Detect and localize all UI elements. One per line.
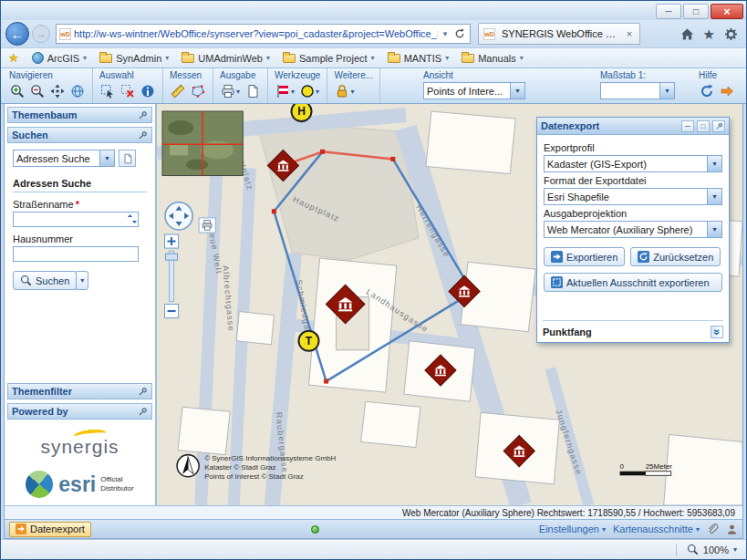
sidebar-section-powered-by[interactable]: Powered by xyxy=(7,403,152,420)
sidebar-section-suchen[interactable]: Suchen xyxy=(7,127,152,143)
pan-control[interactable] xyxy=(165,202,192,230)
add-favorite-icon[interactable]: ★ xyxy=(8,51,19,65)
panel-minimize-icon[interactable]: ─ xyxy=(681,120,694,132)
stop-marker-h[interactable]: H xyxy=(291,104,311,121)
tab-title: SYNERGIS WebOffice Web... xyxy=(502,28,620,39)
favorite-manuals[interactable]: Manuals▾ xyxy=(462,53,524,64)
toolbar-group-messen: Messen xyxy=(163,68,213,103)
search-icon xyxy=(20,275,32,286)
autocomplete-dropdown-icon[interactable]: ▾ xyxy=(438,29,452,38)
browser-tab[interactable]: wD SYNERGIS WebOffice Web... × xyxy=(478,23,640,45)
zoom-in-icon[interactable] xyxy=(9,82,26,100)
select-icon[interactable] xyxy=(99,82,116,100)
chevron-down-icon[interactable]: ▾ xyxy=(733,545,737,554)
projection-select[interactable]: Web Mercator (Auxiliary Sphere) ▼ xyxy=(544,221,722,238)
favorite-umadminweb[interactable]: UMAdminWeb▾ xyxy=(182,53,270,64)
format-label: Format der Exportdatei xyxy=(544,175,722,186)
poi-tool-icon[interactable]: ▾ xyxy=(299,82,320,100)
map-print-button[interactable] xyxy=(199,218,215,233)
favorite-mantis[interactable]: MANTIS▾ xyxy=(388,53,450,64)
lock-tool-icon[interactable]: ▾ xyxy=(334,82,355,100)
forward-button[interactable]: → xyxy=(32,25,50,43)
browser-window: ─ □ × ← → wD ▾ wD SYNERGIS WebOffice Web… xyxy=(0,0,747,560)
overview-map[interactable] xyxy=(162,111,243,175)
chevron-down-icon: ▾ xyxy=(371,54,375,62)
kartenausschnitte-menu[interactable]: Kartenausschnitte▾ xyxy=(613,524,700,534)
suchen-options-button[interactable]: ▾ xyxy=(76,271,88,290)
folder-icon xyxy=(283,54,296,63)
toolbar-group-hilfe: Hilfe xyxy=(692,68,744,103)
window-minimize-button[interactable]: ─ xyxy=(656,4,681,19)
paperclip-icon[interactable] xyxy=(707,524,719,535)
exportprofil-label: Exportprofil xyxy=(544,142,722,153)
suchen-button[interactable]: Suchen xyxy=(13,271,77,290)
einstellungen-menu[interactable]: Einstellungen▾ xyxy=(539,524,606,534)
favorite-synadmin[interactable]: SynAdmin▾ xyxy=(99,53,169,64)
extent-export-button[interactable]: Aktuellen Ausschnitt exportieren xyxy=(544,273,722,292)
window-titlebar: ─ □ × xyxy=(1,1,746,20)
browser-statusbar: 100% ▾ xyxy=(1,539,746,559)
datenexport-taskbar-button[interactable]: Datenexport xyxy=(9,522,91,537)
url-input[interactable] xyxy=(74,28,438,39)
ansicht-select[interactable]: Points of Intere... ▼ xyxy=(423,82,525,99)
window-close-button[interactable]: × xyxy=(711,4,743,19)
sidebar-section-themenfilter[interactable]: Themenfilter xyxy=(7,383,152,399)
favorite-arcgis[interactable]: ArcGIS▾ xyxy=(32,52,87,64)
measure-area-icon[interactable] xyxy=(190,82,206,100)
datenexport-panel: Datenexport ─ □ Exportprofil Kadaster (G… xyxy=(536,117,730,343)
zoom-in-button[interactable] xyxy=(165,234,179,248)
measure-distance-icon[interactable] xyxy=(170,82,186,100)
app-bottom-bar: Datenexport Einstellungen▾ Kartenausschn… xyxy=(5,519,742,538)
zoom-out-button[interactable] xyxy=(165,304,179,317)
panel-float-icon[interactable]: □ xyxy=(697,120,710,132)
identify-icon[interactable] xyxy=(140,82,156,100)
pin-icon[interactable] xyxy=(138,110,148,120)
pin-icon[interactable] xyxy=(138,130,148,140)
export-page-icon[interactable] xyxy=(244,82,261,100)
address-bar[interactable]: wD ▾ xyxy=(56,24,471,44)
panel-titlebar[interactable]: Datenexport ─ □ xyxy=(537,118,729,135)
gear-icon[interactable] xyxy=(724,27,738,41)
favorites-icon[interactable]: ★ xyxy=(703,27,715,41)
pin-icon[interactable] xyxy=(138,387,148,397)
app-frame: Themenbaum Suchen Adressen Suche ▼ xyxy=(4,104,743,539)
stop-marker-t[interactable]: T xyxy=(298,331,318,351)
sidebar-section-themenbaum[interactable]: Themenbaum xyxy=(7,107,152,123)
print-icon[interactable]: ▾ xyxy=(220,82,241,100)
logout-icon[interactable] xyxy=(719,82,735,100)
pin-icon[interactable] xyxy=(138,407,148,417)
house-number-input[interactable] xyxy=(13,246,139,262)
massstab-select[interactable]: ▼ xyxy=(600,82,675,99)
toolbar-group-auswahl: Auswahl xyxy=(93,68,163,103)
refresh-icon[interactable] xyxy=(452,28,467,39)
svg-text:H: H xyxy=(297,105,306,118)
favorite-sample-project[interactable]: Sample Project▾ xyxy=(283,53,375,64)
help-refresh-icon[interactable] xyxy=(699,82,715,100)
flag-tool-icon[interactable]: ▾ xyxy=(275,82,296,100)
favorites-bar: ★ ArcGIS▾ SynAdmin▾ UMAdminWeb▾ Sample P… xyxy=(1,47,746,67)
search-form-title: Adressen Suche xyxy=(13,178,147,192)
tab-favicon: wD xyxy=(483,28,495,40)
browser-zoom-level[interactable]: 100% xyxy=(703,544,729,555)
pan-icon[interactable] xyxy=(49,82,66,100)
search-type-select[interactable]: Adressen Suche ▼ xyxy=(13,150,115,167)
panel-pin-icon[interactable] xyxy=(712,120,725,132)
search-options-icon[interactable] xyxy=(119,150,136,167)
full-extent-icon[interactable] xyxy=(69,82,86,100)
exportprofil-select[interactable]: Kadaster (GIS-Export) ▼ xyxy=(544,155,722,172)
zoom-out-icon[interactable] xyxy=(29,82,46,100)
clear-selection-icon[interactable] xyxy=(119,82,136,100)
sort-icon[interactable] xyxy=(127,213,138,224)
toolbar-group-navigieren: Navigieren xyxy=(3,68,93,103)
window-maximize-button[interactable]: □ xyxy=(683,4,709,19)
home-icon[interactable] xyxy=(680,27,694,41)
expand-section-icon[interactable]: » xyxy=(711,326,723,338)
format-select[interactable]: Esri Shapefile ▼ xyxy=(544,188,722,205)
tab-close-icon[interactable]: × xyxy=(624,28,635,39)
back-button[interactable]: ← xyxy=(5,22,29,46)
exportieren-button[interactable]: Exportieren xyxy=(544,247,625,266)
street-input[interactable] xyxy=(13,212,139,227)
app-toolbar: Navigieren Auswahl Messen Aus xyxy=(1,67,746,104)
user-icon[interactable] xyxy=(726,524,738,535)
zuruecksetzen-button[interactable]: Zurücksetzen xyxy=(630,247,721,266)
